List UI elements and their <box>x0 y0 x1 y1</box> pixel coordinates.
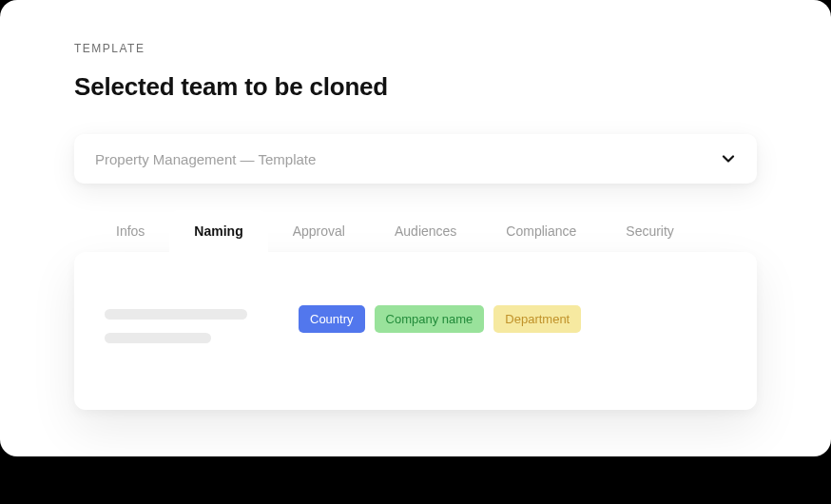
tab-panel: Country Company name Department <box>74 252 757 410</box>
placeholder-lines <box>105 305 247 343</box>
tabs: Infos Naming Approval Audiences Complian… <box>74 210 757 252</box>
placeholder-line <box>105 333 211 343</box>
overline: TEMPLATE <box>74 42 757 55</box>
naming-tags: Country Company name Department <box>299 305 581 333</box>
template-select-value: Property Management — Template <box>95 151 316 167</box>
tag-country[interactable]: Country <box>299 305 365 333</box>
tab-approval[interactable]: Approval <box>268 210 370 252</box>
tab-compliance[interactable]: Compliance <box>481 210 601 252</box>
tag-department[interactable]: Department <box>493 305 581 333</box>
chevron-down-icon <box>721 151 736 166</box>
page-title: Selected team to be cloned <box>74 72 757 102</box>
tab-audiences[interactable]: Audiences <box>370 210 481 252</box>
placeholder-line <box>105 309 247 320</box>
tab-naming[interactable]: Naming <box>169 210 267 252</box>
template-card: TEMPLATE Selected team to be cloned Prop… <box>0 0 831 456</box>
tag-company-name[interactable]: Company name <box>375 305 485 333</box>
template-select[interactable]: Property Management — Template <box>74 134 757 184</box>
tab-infos[interactable]: Infos <box>91 210 169 252</box>
tab-security[interactable]: Security <box>601 210 699 252</box>
